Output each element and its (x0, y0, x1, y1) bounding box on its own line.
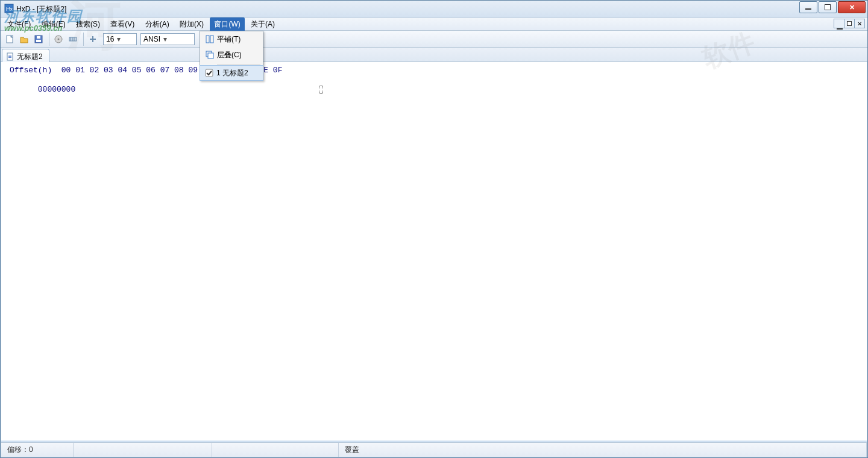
cascade-icon (203, 50, 217, 60)
menu-separator (217, 64, 260, 64)
status-bar: 偏移：0 覆盖 (1, 442, 867, 457)
svg-rect-16 (206, 36, 209, 43)
window-menu-popup: 平铺(T) 层叠(C) 1 无标题2 (200, 31, 263, 81)
hex-editor[interactable]: Offset(h) 00 01 02 03 04 05 06 07 08 09 … (1, 62, 867, 441)
window-title: HxD - [无标题2] (16, 4, 66, 14)
status-cell (74, 443, 212, 457)
svg-rect-19 (208, 53, 213, 58)
menu-about[interactable]: 关于(A) (247, 17, 279, 32)
encoding-combo[interactable]: ANSI ▾ (140, 33, 195, 45)
menu-item-label: 1 无标题2 (216, 68, 258, 78)
hex-offset-header: Offset(h) 00 01 02 03 04 05 06 07 08 09 … (1, 62, 867, 75)
status-offset: 偏移：0 (1, 443, 74, 457)
open-ram-button[interactable] (66, 33, 80, 46)
document-tab[interactable]: 无标题2 (2, 49, 49, 62)
text-caret (319, 86, 323, 94)
menu-item-label: 平铺(T) (217, 34, 258, 45)
minimize-button[interactable] (799, 1, 817, 13)
status-mode: 覆盖 (339, 443, 867, 457)
document-tab-label: 无标题2 (17, 52, 43, 62)
menu-analyze[interactable]: 分析(A) (141, 17, 174, 32)
save-file-button[interactable] (32, 33, 45, 46)
close-button[interactable] (838, 1, 866, 13)
app-window: 河东软件园 www.pc0359.cn 软件 河 Hx HxD - [无标题2]… (0, 0, 868, 458)
svg-rect-17 (210, 36, 213, 43)
check-icon (202, 68, 216, 78)
mdi-controls: ✕ (834, 19, 865, 28)
bytes-per-row-combo[interactable]: 16 ▾ (103, 33, 137, 45)
toolbar-separator (49, 33, 49, 46)
mdi-restore-button[interactable] (844, 19, 855, 28)
svg-rect-15 (8, 57, 11, 58)
svg-rect-13 (8, 55, 11, 55)
menu-item-label: 层叠(C) (217, 50, 258, 60)
menu-file[interactable]: 文件(F) (3, 17, 35, 32)
app-icon: Hx (4, 4, 14, 13)
document-tabstrip: 无标题2 (1, 48, 867, 62)
encoding-value: ANSI (143, 35, 160, 43)
svg-point-7 (58, 38, 60, 40)
svg-rect-5 (37, 36, 40, 39)
menu-item-cascade[interactable]: 层叠(C) (200, 47, 263, 63)
toolbar-separator (83, 33, 84, 46)
menu-window[interactable]: 窗口(W) (210, 17, 244, 32)
menu-view[interactable]: 查看(V) (106, 17, 139, 32)
mdi-minimize-button[interactable] (834, 19, 844, 28)
new-file-button[interactable] (3, 33, 16, 46)
menu-item-doc1[interactable]: 1 无标题2 (200, 65, 263, 81)
chevron-down-icon: ▾ (114, 35, 124, 43)
hex-row: 00000000 (1, 75, 867, 103)
maximize-button[interactable] (819, 1, 837, 13)
document-icon (6, 52, 14, 61)
status-cell (212, 443, 339, 457)
chevron-down-icon: ▾ (160, 35, 170, 43)
menu-edit[interactable]: 编辑(E) (37, 17, 70, 32)
svg-rect-20 (206, 69, 213, 77)
window-controls (799, 1, 866, 13)
svg-text:Hx: Hx (6, 6, 13, 12)
menu-extras[interactable]: 附加(X) (175, 17, 208, 32)
menu-bar: 文件(F) 编辑(E) 搜索(S) 查看(V) 分析(A) 附加(X) 窗口(W… (1, 17, 867, 31)
tile-icon (203, 34, 217, 44)
svg-rect-14 (8, 56, 11, 57)
hex-row-offset: 00000000 (38, 85, 75, 94)
svg-rect-4 (36, 40, 41, 42)
mdi-close-button[interactable]: ✕ (854, 19, 865, 28)
menu-item-tile[interactable]: 平铺(T) (200, 31, 263, 47)
open-disk-button[interactable] (52, 33, 65, 46)
title-bar[interactable]: Hx HxD - [无标题2] (1, 1, 867, 17)
toggle-readonly-button[interactable] (86, 33, 99, 46)
open-file-button[interactable] (17, 33, 31, 46)
toolbar: 16 ▾ ANSI ▾ (1, 31, 867, 48)
menu-search[interactable]: 搜索(S) (72, 17, 104, 32)
bytes-per-row-value: 16 (106, 35, 114, 43)
